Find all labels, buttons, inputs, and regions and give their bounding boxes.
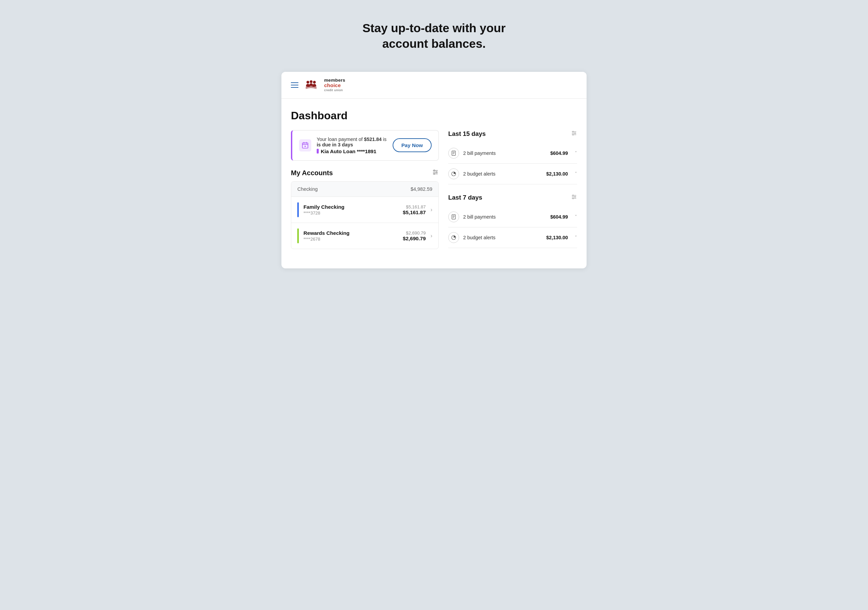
svg-point-5 — [434, 170, 435, 171]
svg-point-9 — [575, 133, 576, 133]
account-balance-top: $2,690.79 — [403, 231, 426, 235]
svg-rect-16 — [452, 215, 456, 219]
right-panel: Last 15 days — [448, 130, 577, 257]
account-number: ****3728 — [304, 211, 403, 215]
hero-section: Stay up-to-date with your account balanc… — [0, 0, 868, 72]
svg-point-2 — [313, 81, 316, 84]
svg-point-15 — [573, 198, 574, 199]
accounts-category-label: Checking — [298, 186, 318, 192]
alert-banner: Your loan payment of $521.84 is is due i… — [291, 130, 439, 161]
activity-amount: $2,130.00 — [546, 235, 568, 240]
budget-alert-icon — [448, 169, 459, 179]
content-grid: Your loan payment of $521.84 is is due i… — [291, 130, 577, 257]
chevron-down-icon[interactable]: ˅ — [575, 171, 577, 176]
activity-amount: $604.99 — [550, 150, 568, 156]
accounts-table: Checking $4,982.59 Family Checking ****3… — [291, 181, 439, 249]
accounts-total-balance: $4,982.59 — [411, 186, 432, 192]
account-balance-main: $5,161.87 — [403, 209, 426, 215]
last-7-days-section: Last 7 days — [448, 194, 577, 248]
account-info: Family Checking ****3728 — [304, 204, 403, 215]
pay-now-button[interactable]: Pay Now — [393, 138, 432, 152]
chevron-down-icon[interactable]: ˅ — [575, 150, 577, 156]
main-content: Dashboard — [281, 99, 587, 268]
account-number: ****2678 — [304, 237, 403, 242]
alert-calendar-icon — [299, 139, 311, 152]
svg-point-8 — [573, 131, 574, 132]
activity-label: 2 bill payments — [463, 150, 546, 156]
account-balances: $5,161.87 $5,161.87 — [403, 204, 426, 215]
svg-rect-11 — [452, 151, 456, 155]
activity-item-budget-alerts-15[interactable]: 2 budget alerts $2,130.00 ˅ — [448, 164, 577, 184]
logo-icon — [305, 79, 321, 91]
svg-point-7 — [434, 173, 435, 174]
account-balances: $2,690.79 $2,690.79 — [403, 231, 426, 241]
account-info: Rewards Checking ****2678 — [304, 230, 403, 242]
svg-point-14 — [575, 196, 576, 197]
logo-area: members choice credit union — [305, 78, 345, 92]
bill-payment-icon — [448, 148, 459, 159]
last-7-title: Last 7 days — [448, 194, 482, 201]
alert-message: Your loan payment of $521.84 is is due i… — [317, 136, 387, 147]
logo-text: members choice credit union — [324, 78, 345, 92]
last-15-days-section: Last 15 days — [448, 130, 577, 184]
chevron-down-icon[interactable]: ˅ — [575, 214, 577, 220]
accounts-filter-icon[interactable] — [432, 169, 439, 177]
chevron-right-icon: › — [431, 233, 432, 239]
accounts-section-header: My Accounts — [291, 169, 439, 177]
last-15-header: Last 15 days — [448, 130, 577, 138]
app-header: members choice credit union — [281, 72, 587, 99]
last-15-filter-icon[interactable] — [571, 130, 577, 138]
logo-svg — [305, 79, 321, 91]
account-color-bar — [298, 228, 299, 243]
chevron-right-icon: › — [431, 207, 432, 213]
activity-item-bill-payments-7[interactable]: 2 bill payments $604.99 ˅ — [448, 207, 577, 228]
budget-alert-icon — [448, 232, 459, 243]
bill-payment-icon — [448, 212, 459, 222]
activity-amount: $604.99 — [550, 214, 568, 220]
account-balance-main: $2,690.79 — [403, 235, 426, 241]
last-7-filter-icon[interactable] — [571, 194, 577, 201]
svg-point-13 — [573, 195, 574, 196]
last-7-header: Last 7 days — [448, 194, 577, 201]
activity-amount: $2,130.00 — [546, 171, 568, 176]
svg-point-10 — [573, 134, 574, 135]
svg-point-6 — [436, 172, 437, 172]
alert-loan-name: Kia Auto Loan ****1891 — [317, 149, 387, 154]
svg-point-4 — [304, 146, 306, 147]
alert-text: Your loan payment of $521.84 is is due i… — [317, 136, 387, 154]
menu-button[interactable] — [291, 82, 298, 88]
accounts-header-row: Checking $4,982.59 — [291, 182, 439, 197]
account-color-bar — [298, 202, 299, 217]
accounts-section-title: My Accounts — [291, 169, 333, 177]
svg-point-0 — [307, 81, 309, 84]
account-row[interactable]: Family Checking ****3728 $5,161.87 $5,16… — [291, 197, 439, 223]
chevron-down-icon[interactable]: ˅ — [575, 235, 577, 240]
account-row[interactable]: Rewards Checking ****2678 $2,690.79 $2,6… — [291, 223, 439, 249]
activity-label: 2 budget alerts — [463, 235, 542, 240]
activity-item-budget-alerts-7[interactable]: 2 budget alerts $2,130.00 ˅ — [448, 228, 577, 248]
svg-rect-3 — [302, 142, 308, 148]
account-balance-top: $5,161.87 — [403, 204, 426, 209]
activity-item-bill-payments-15[interactable]: 2 bill payments $604.99 ˅ — [448, 143, 577, 164]
account-name: Rewards Checking — [304, 230, 403, 236]
svg-point-1 — [310, 81, 313, 83]
left-column: Your loan payment of $521.84 is is due i… — [291, 130, 439, 257]
accounts-section: My Accounts — [291, 169, 439, 249]
hero-title: Stay up-to-date with your account balanc… — [7, 20, 861, 51]
last-15-title: Last 15 days — [448, 130, 485, 138]
page-title: Dashboard — [291, 110, 577, 122]
app-container: members choice credit union Dashboard — [281, 72, 587, 268]
account-name: Family Checking — [304, 204, 403, 210]
activity-label: 2 budget alerts — [463, 171, 542, 176]
activity-label: 2 bill payments — [463, 214, 546, 220]
